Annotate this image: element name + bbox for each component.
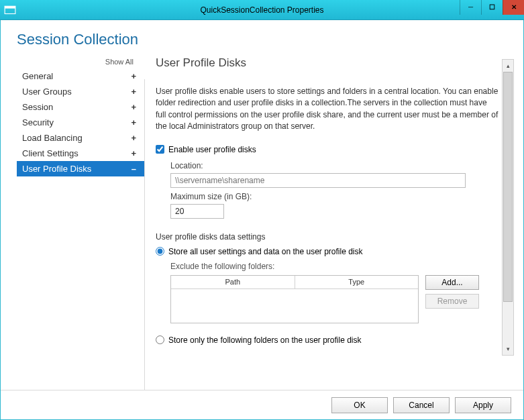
sidebar-item-label: Load Balancing bbox=[22, 133, 83, 143]
sidebar-item-label: Security bbox=[22, 117, 54, 127]
titlebar: QuickSessionCollection Properties ─ ☐ ✕ bbox=[0, 0, 524, 20]
sidebar-item-label: User Profile Disks bbox=[22, 164, 91, 174]
dialog-header: Session Collection bbox=[1, 20, 523, 52]
location-input[interactable] bbox=[170, 173, 466, 188]
scroll-up-arrow-icon[interactable]: ▴ bbox=[503, 60, 513, 72]
location-label: Location: bbox=[170, 161, 499, 170]
show-all-link[interactable]: Show All bbox=[17, 58, 144, 68]
enable-upd-label: Enable user profile disks bbox=[168, 145, 256, 154]
exclude-folders-table[interactable]: Path Type bbox=[170, 275, 419, 323]
exclude-table-row: Path Type Add... Remove bbox=[170, 275, 499, 323]
sidebar: Show All General + User Groups + Session… bbox=[17, 52, 144, 395]
radio-store-all[interactable] bbox=[156, 247, 164, 256]
upd-settings-group: Location: Maximum size (in GB): bbox=[170, 161, 499, 219]
minimize-button[interactable]: ─ bbox=[460, 0, 481, 15]
sidebar-item-label: Session bbox=[22, 102, 53, 112]
dialog-footer: OK Cancel Apply bbox=[1, 390, 523, 419]
expand-icon: + bbox=[131, 102, 136, 112]
sidebar-item-general[interactable]: General + bbox=[17, 68, 144, 84]
sidebar-item-label: User Groups bbox=[22, 87, 72, 97]
vertical-divider bbox=[144, 79, 145, 395]
table-buttons: Add... Remove bbox=[425, 275, 479, 323]
sidebar-item-user-profile-disks[interactable]: User Profile Disks – bbox=[17, 161, 144, 176]
section-description: User profile disks enable users to store… bbox=[156, 86, 499, 133]
maxsize-input[interactable] bbox=[170, 204, 224, 219]
add-button[interactable]: Add... bbox=[425, 275, 479, 290]
sidebar-item-security[interactable]: Security + bbox=[17, 115, 144, 130]
vertical-scrollbar[interactable]: ▴ ▾ bbox=[502, 59, 514, 356]
apply-button[interactable]: Apply bbox=[455, 397, 511, 413]
expand-icon: + bbox=[131, 71, 136, 81]
expand-icon: + bbox=[131, 133, 136, 143]
main-scroll-region: User Profile Disks User profile disks en… bbox=[156, 56, 502, 395]
column-type[interactable]: Type bbox=[295, 276, 419, 288]
radio-store-only-label: Store only the following folders on the … bbox=[168, 335, 362, 345]
collapse-icon: – bbox=[132, 164, 136, 174]
sidebar-item-session[interactable]: Session + bbox=[17, 99, 144, 115]
expand-icon: + bbox=[131, 87, 136, 97]
main-panel: User Profile Disks User profile disks en… bbox=[149, 52, 518, 395]
maximize-button[interactable]: ☐ bbox=[481, 0, 503, 15]
sidebar-item-client-settings[interactable]: Client Settings + bbox=[17, 146, 144, 161]
radio-store-all-label: Store all user settings and data on the … bbox=[168, 247, 363, 256]
close-button[interactable]: ✕ bbox=[503, 0, 524, 15]
remove-button: Remove bbox=[425, 294, 479, 309]
radio-store-only-row[interactable]: Store only the following folders on the … bbox=[156, 335, 499, 345]
enable-upd-checkbox-row[interactable]: Enable user profile disks bbox=[156, 145, 499, 154]
radio-store-all-row[interactable]: Store all user settings and data on the … bbox=[156, 247, 499, 256]
window-title: QuickSessionCollection Properties bbox=[0, 5, 524, 15]
scroll-thumb[interactable] bbox=[503, 72, 513, 302]
sidebar-item-label: General bbox=[22, 71, 53, 81]
scroll-down-arrow-icon[interactable]: ▾ bbox=[503, 343, 513, 355]
cancel-button[interactable]: Cancel bbox=[393, 397, 450, 413]
scroll-track[interactable] bbox=[503, 72, 513, 343]
maxsize-label: Maximum size (in GB): bbox=[170, 192, 499, 201]
sidebar-item-label: Client Settings bbox=[22, 148, 78, 158]
column-path[interactable]: Path bbox=[171, 276, 295, 288]
ok-button[interactable]: OK bbox=[331, 397, 388, 413]
table-header: Path Type bbox=[171, 276, 418, 289]
expand-icon: + bbox=[131, 117, 136, 127]
expand-icon: + bbox=[131, 148, 136, 158]
sidebar-item-load-balancing[interactable]: Load Balancing + bbox=[17, 130, 144, 146]
window-body: Session Collection Show All General + Us… bbox=[0, 20, 524, 420]
radio-store-only[interactable] bbox=[156, 335, 164, 344]
exclude-folders-label: Exclude the following folders: bbox=[170, 262, 499, 271]
window-controls: ─ ☐ ✕ bbox=[460, 0, 524, 15]
data-settings-label: User profile disks data settings bbox=[156, 232, 499, 242]
content-area: Show All General + User Groups + Session… bbox=[1, 52, 523, 395]
page-title: Session Collection bbox=[17, 31, 507, 48]
enable-upd-checkbox[interactable] bbox=[156, 145, 164, 154]
section-heading: User Profile Disks bbox=[156, 56, 499, 70]
sidebar-item-user-groups[interactable]: User Groups + bbox=[17, 84, 144, 99]
